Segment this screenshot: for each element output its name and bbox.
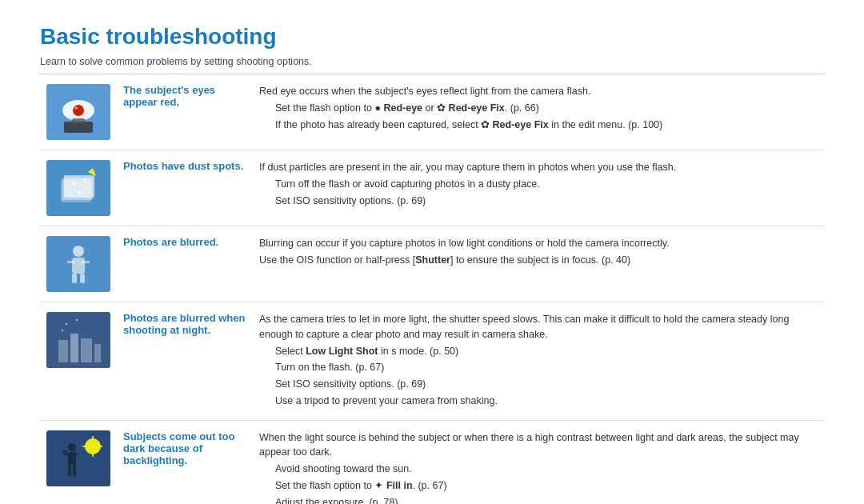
svg-rect-15 bbox=[67, 261, 75, 263]
row-image-backlight bbox=[40, 420, 117, 504]
svg-rect-3 bbox=[64, 122, 93, 133]
row-desc-red-eye: Red eye occurs when the subject's eyes r… bbox=[253, 74, 824, 150]
svg-rect-37 bbox=[62, 450, 67, 454]
svg-point-11 bbox=[70, 194, 72, 196]
svg-rect-7 bbox=[64, 175, 94, 198]
row-desc-blurred-night: As the camera tries to let in more light… bbox=[253, 302, 824, 421]
page-subtitle: Learn to solve common problems by settin… bbox=[40, 56, 824, 74]
row-image-blurred bbox=[40, 226, 117, 302]
svg-rect-4 bbox=[72, 118, 85, 123]
row-label-red-eye: The subject's eyes appear red. bbox=[117, 74, 253, 150]
table-row: The subject's eyes appear red.Red eye oc… bbox=[40, 74, 824, 150]
row-image-dust-spots bbox=[40, 150, 117, 226]
svg-point-26 bbox=[85, 438, 101, 454]
svg-rect-36 bbox=[73, 465, 76, 476]
row-desc-backlight: When the light source is behind the subj… bbox=[253, 420, 824, 504]
svg-point-2 bbox=[74, 106, 78, 110]
table-row: Photos are blurred when shooting at nigh… bbox=[40, 302, 824, 421]
svg-point-9 bbox=[84, 179, 86, 182]
svg-marker-12 bbox=[88, 168, 96, 176]
svg-rect-22 bbox=[94, 344, 101, 362]
svg-point-10 bbox=[78, 190, 82, 194]
svg-point-31 bbox=[68, 443, 76, 451]
troubleshooting-table: The subject's eyes appear red.Red eye oc… bbox=[40, 74, 824, 504]
svg-point-25 bbox=[62, 330, 63, 331]
table-row: Photos have dust spots.If dust particles… bbox=[40, 150, 824, 226]
row-desc-dust-spots: If dust particles are present in the air… bbox=[253, 150, 824, 226]
row-label-blurred-night: Photos are blurred when shooting at nigh… bbox=[117, 302, 253, 421]
svg-rect-14 bbox=[72, 258, 85, 274]
svg-rect-21 bbox=[81, 338, 92, 362]
svg-point-24 bbox=[76, 319, 78, 321]
svg-point-1 bbox=[73, 105, 84, 116]
row-label-blurred: Photos are blurred. bbox=[117, 226, 253, 302]
row-image-red-eye bbox=[40, 74, 117, 150]
table-row: Photos are blurred.Blurring can occur if… bbox=[40, 226, 824, 302]
svg-rect-34 bbox=[73, 454, 78, 455]
row-label-backlight: Subjects come out too dark because of ba… bbox=[117, 420, 253, 504]
svg-rect-20 bbox=[70, 334, 78, 362]
table-row: Subjects come out too dark because of ba… bbox=[40, 420, 824, 504]
svg-rect-33 bbox=[64, 454, 70, 455]
svg-rect-17 bbox=[72, 274, 77, 283]
svg-point-8 bbox=[73, 182, 76, 186]
svg-point-13 bbox=[73, 246, 84, 257]
svg-rect-19 bbox=[58, 340, 68, 362]
row-label-dust-spots: Photos have dust spots. bbox=[117, 150, 253, 226]
svg-rect-35 bbox=[68, 465, 71, 476]
svg-rect-18 bbox=[80, 274, 85, 283]
svg-rect-16 bbox=[82, 261, 90, 263]
page-title: Basic troubleshooting bbox=[40, 24, 824, 50]
row-image-blurred-night bbox=[40, 302, 117, 421]
svg-point-23 bbox=[66, 323, 67, 325]
row-desc-blurred: Blurring can occur if you capture photos… bbox=[253, 226, 824, 302]
